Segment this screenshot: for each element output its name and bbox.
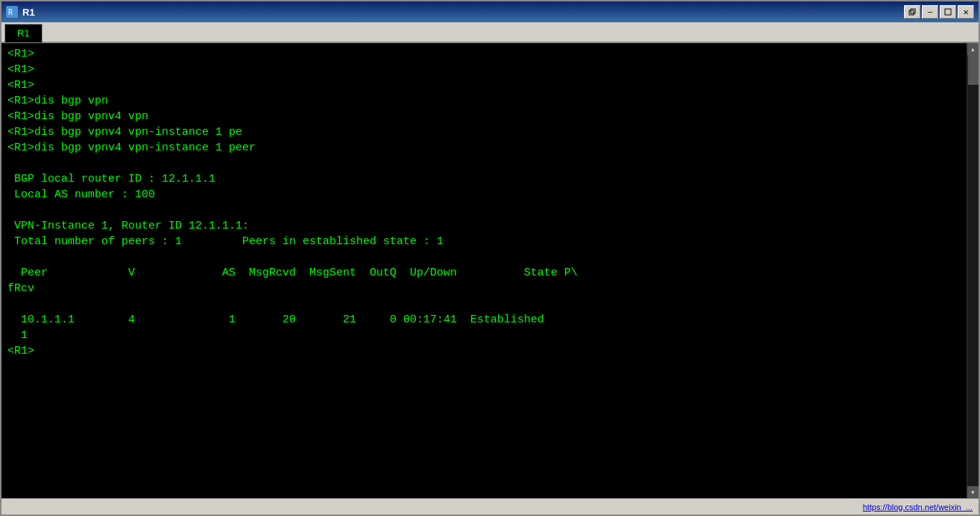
restore-button[interactable] xyxy=(904,5,920,19)
svg-rect-2 xyxy=(909,10,914,15)
maximize-button[interactable] xyxy=(940,5,956,19)
title-bar: R R1 — ✕ xyxy=(1,1,979,22)
tab-bar: R1 xyxy=(1,22,979,43)
terminal-container: <R1> <R1> <R1> <R1>dis bgp vpn <R1>dis b… xyxy=(1,43,979,498)
window-title: R1 xyxy=(22,7,35,18)
title-bar-left: R R1 xyxy=(6,6,35,18)
svg-text:R: R xyxy=(8,8,13,16)
status-bar: https://blog.csdn.net/weixin_... xyxy=(1,498,979,515)
scrollbar-track[interactable] xyxy=(967,55,979,486)
minimize-icon: — xyxy=(928,7,933,16)
close-button[interactable]: ✕ xyxy=(958,5,974,19)
window-controls: — ✕ xyxy=(904,5,974,19)
status-link[interactable]: https://blog.csdn.net/weixin_... xyxy=(863,503,973,512)
svg-rect-3 xyxy=(911,9,915,13)
svg-rect-4 xyxy=(945,9,951,15)
minimize-button[interactable]: — xyxy=(922,5,938,19)
scroll-up-arrow[interactable]: ▲ xyxy=(967,43,979,55)
scroll-down-arrow[interactable]: ▼ xyxy=(967,486,979,498)
terminal-content[interactable]: <R1> <R1> <R1> <R1>dis bgp vpn <R1>dis b… xyxy=(1,43,967,498)
app-icon: R xyxy=(6,6,18,18)
window-frame: R R1 — ✕ R1 xyxy=(0,0,980,516)
tab-r1[interactable]: R1 xyxy=(4,24,42,42)
scrollbar[interactable]: ▲ ▼ xyxy=(967,43,979,498)
scrollbar-thumb[interactable] xyxy=(968,55,979,85)
